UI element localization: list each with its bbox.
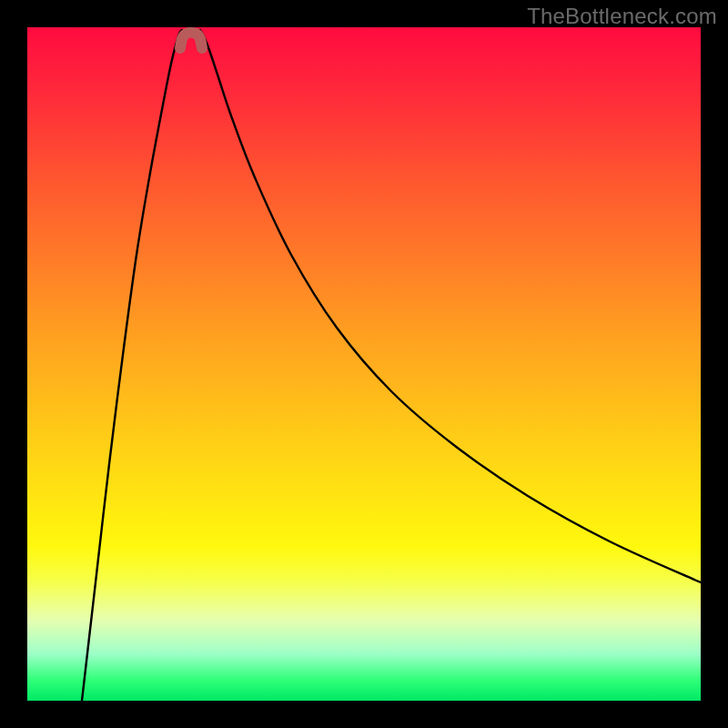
plot-area xyxy=(27,27,701,701)
left-branch-path xyxy=(82,30,182,701)
chart-frame: TheBottleneck.com xyxy=(0,0,728,728)
curve-layer xyxy=(27,27,701,701)
notch-marker-path xyxy=(180,33,202,48)
right-branch-path xyxy=(200,30,701,582)
watermark-text: TheBottleneck.com xyxy=(527,4,717,29)
